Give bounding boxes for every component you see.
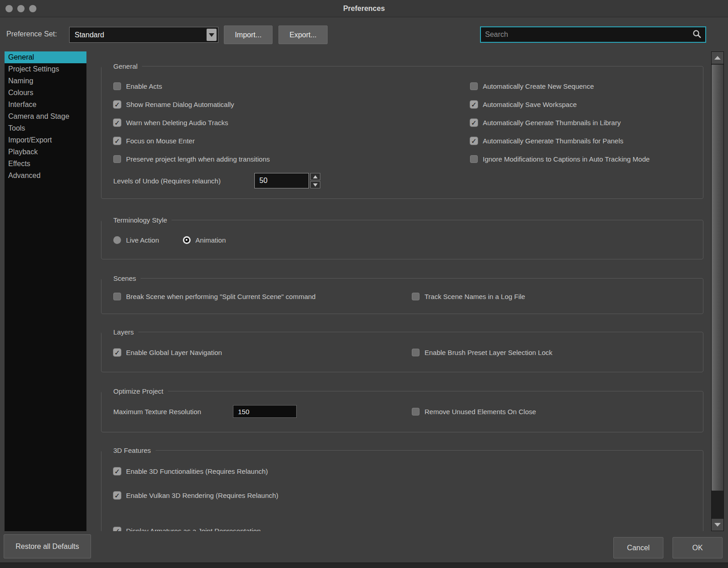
chevron-down-icon (209, 33, 214, 37)
radio-label: Live Action (126, 236, 159, 244)
scrollbar-thumb[interactable] (712, 65, 723, 491)
search-icon (692, 29, 702, 41)
checkbox-icon[interactable] (113, 137, 121, 145)
sidebar-item-colours[interactable]: Colours (5, 87, 86, 99)
restore-all-defaults-button[interactable]: Restore all Defaults (4, 534, 91, 558)
checkbox-icon[interactable] (412, 349, 420, 356)
checkbox-ignore-caption-modifications[interactable]: Ignore Modifications to Captions in Auto… (470, 153, 650, 165)
group-title-scenes: Scenes (101, 274, 141, 284)
checkbox-auto-save-workspace[interactable]: Automatically Save Workspace (470, 98, 576, 110)
checkbox-icon[interactable] (470, 119, 478, 127)
group-optimize-project: Optimize Project Maximum Texture Resolut… (101, 391, 703, 432)
checkbox-icon[interactable] (412, 408, 420, 416)
checkbox-enable-vulkan-rendering[interactable]: Enable Vulkan 3D Rendering (Requires Rel… (113, 492, 278, 499)
checkbox-auto-thumbnails-panels[interactable]: Automatically Generate Thumbnails for Pa… (470, 135, 623, 147)
checkbox-enable-acts[interactable]: Enable Acts (113, 82, 162, 90)
preference-set-value: Standard (70, 31, 207, 39)
checkbox-icon[interactable] (412, 293, 420, 300)
sidebar-item-advanced[interactable]: Advanced (5, 170, 86, 182)
checkbox-auto-create-new-sequence[interactable]: Automatically Create New Sequence (470, 80, 594, 92)
checkbox-icon[interactable] (113, 467, 121, 475)
triangle-up-icon (313, 175, 318, 178)
checkbox-focus-mouse-enter[interactable]: Focus on Mouse Enter (113, 137, 195, 145)
checkbox-icon[interactable] (113, 527, 121, 532)
checkbox-remove-unused-elements[interactable]: Remove Unused Elements On Close (412, 405, 536, 418)
checkbox-break-scene[interactable]: Break Scene when performing "Split Curre… (113, 293, 316, 300)
checkbox-icon[interactable] (470, 101, 478, 108)
preference-set-dropdown[interactable]: Standard (69, 27, 218, 43)
max-texture-resolution-input[interactable] (233, 405, 297, 418)
window-bottom-edge (0, 563, 728, 568)
cancel-button[interactable]: Cancel (613, 537, 663, 558)
checkbox-show-rename-dialog[interactable]: Show Rename Dialog Automatically (113, 101, 234, 108)
import-button[interactable]: Import... (224, 25, 273, 44)
checkbox-label: Enable Global Layer Navigation (126, 349, 222, 356)
sidebar-item-project-settings[interactable]: Project Settings (5, 63, 86, 75)
checkbox-label: Remove Unused Elements On Close (425, 408, 536, 416)
checkbox-icon[interactable] (113, 155, 121, 163)
group-terminology-style: Terminology Style Live Action Animation (101, 220, 703, 259)
sidebar-item-tools[interactable]: Tools (5, 122, 86, 134)
checkbox-label: Automatically Create New Sequence (483, 82, 594, 90)
checkbox-icon[interactable] (113, 82, 121, 90)
search-input[interactable] (481, 27, 692, 42)
sidebar-item-effects[interactable]: Effects (5, 158, 86, 170)
checkbox-display-armatures-joint[interactable]: Display Armatures as a Joint Representat… (113, 527, 261, 532)
sidebar-item-playback[interactable]: Playback (5, 146, 86, 158)
checkbox-preserve-project-length[interactable]: Preserve project length when adding tran… (113, 155, 270, 163)
checkbox-global-layer-navigation[interactable]: Enable Global Layer Navigation (113, 349, 222, 356)
checkbox-icon[interactable] (113, 293, 121, 300)
levels-of-undo-input[interactable] (254, 173, 309, 188)
radio-live-action[interactable]: Live Action (113, 236, 159, 244)
sidebar-item-naming[interactable]: Naming (5, 75, 86, 87)
levels-of-undo-label: Levels of Undo (Requires relaunch) (113, 177, 254, 185)
search-box[interactable] (480, 26, 706, 43)
max-texture-resolution-label: Maximum Texture Resolution (113, 408, 233, 416)
group-general: General Enable Acts Automatically Create… (101, 66, 703, 199)
vertical-scrollbar[interactable] (711, 51, 724, 531)
group-title-terminology: Terminology Style (101, 215, 172, 225)
sidebar-item-general[interactable]: General (5, 51, 86, 63)
checkbox-label: Automatically Generate Thumbnails in Lib… (483, 119, 621, 127)
checkbox-label: Display Armatures as a Joint Representat… (126, 527, 261, 532)
dropdown-arrow-button[interactable] (207, 29, 217, 41)
ok-button[interactable]: OK (672, 537, 723, 558)
radio-label: Animation (196, 236, 226, 244)
levels-of-undo-spinner (310, 173, 320, 188)
checkbox-icon[interactable] (470, 155, 478, 163)
triangle-down-icon (313, 183, 318, 187)
checkbox-label: Automatically Generate Thumbnails for Pa… (483, 137, 623, 145)
checkbox-icon[interactable] (470, 137, 478, 145)
checkbox-auto-thumbnails-library[interactable]: Automatically Generate Thumbnails in Lib… (470, 117, 621, 128)
group-layers: Layers Enable Global Layer Navigation En… (101, 332, 703, 372)
spin-down-button[interactable] (310, 181, 320, 188)
preference-set-label: Preference Set: (6, 30, 57, 38)
radio-icon[interactable] (183, 236, 191, 244)
checkbox-brush-preset-lock[interactable]: Enable Brush Preset Layer Selection Lock (412, 346, 552, 358)
checkbox-icon[interactable] (113, 492, 121, 499)
sidebar-item-import-export[interactable]: Import/Export (5, 134, 86, 146)
checkbox-enable-3d-functionalities[interactable]: Enable 3D Functionalities (Requires Rela… (113, 467, 268, 475)
checkbox-icon[interactable] (113, 349, 121, 356)
triangle-up-icon (714, 56, 721, 60)
checkbox-icon[interactable] (113, 119, 121, 127)
spin-up-button[interactable] (310, 173, 320, 180)
scroll-down-button[interactable] (712, 518, 723, 531)
triangle-down-icon (714, 523, 721, 527)
checkbox-label: Enable 3D Functionalities (Requires Rela… (126, 467, 268, 475)
radio-icon[interactable] (113, 236, 121, 244)
checkbox-warn-deleting-audio[interactable]: Warn when Deleting Audio Tracks (113, 119, 228, 127)
group-title-optimize: Optimize Project (101, 386, 168, 396)
checkbox-icon[interactable] (113, 101, 121, 108)
checkbox-label: Enable Acts (126, 82, 162, 90)
group-title-general: General (101, 61, 142, 71)
sidebar-item-camera-and-stage[interactable]: Camera and Stage (5, 111, 86, 122)
scroll-up-button[interactable] (712, 52, 723, 64)
preferences-scroll-area: General Enable Acts Automatically Create… (91, 51, 709, 531)
checkbox-track-scene-names[interactable]: Track Scene Names in a Log File (412, 290, 525, 302)
group-scenes: Scenes Break Scene when performing "Spli… (101, 278, 703, 314)
sidebar-item-interface[interactable]: Interface (5, 99, 86, 111)
checkbox-icon[interactable] (470, 82, 478, 90)
export-button[interactable]: Export... (278, 25, 328, 44)
radio-animation[interactable]: Animation (183, 236, 226, 244)
